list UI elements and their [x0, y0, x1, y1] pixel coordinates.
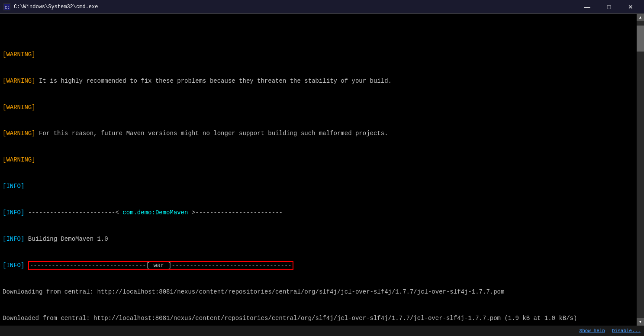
line-2: [WARNING] It is highly recommended to fi… — [3, 77, 634, 85]
line-10: Downloading from central: http://localho… — [3, 288, 634, 296]
line-1: [WARNING] — [3, 50, 634, 59]
cmd-window: C: C:\Windows\System32\cmd.exe — □ ✕ [WA… — [0, 0, 644, 336]
window-controls: — □ ✕ — [577, 0, 641, 14]
line-5: [WARNING] — [3, 155, 634, 164]
line-9: [INFO] --------------------------------[… — [3, 261, 634, 270]
show-help-link[interactable]: Show help — [580, 328, 605, 333]
scroll-thumb[interactable] — [637, 26, 644, 52]
terminal-content: [WARNING] [WARNING] It is highly recomme… — [3, 32, 634, 326]
titlebar: C: C:\Windows\System32\cmd.exe — □ ✕ — [0, 0, 644, 14]
terminal-output[interactable]: [WARNING] [WARNING] It is highly recomme… — [0, 14, 637, 326]
scroll-down-button[interactable]: ▼ — [637, 318, 644, 326]
bottombar-links: Show help Disable... — [580, 328, 641, 333]
cmd-icon: C: — [3, 3, 10, 10]
scroll-track[interactable] — [637, 21, 644, 318]
line-8: [INFO] Building DemoMaven 1.0 — [3, 235, 634, 243]
disable-link[interactable]: Disable... — [612, 328, 641, 333]
bottombar: Show help Disable... — [0, 326, 644, 336]
line-7: [INFO] ------------------------< com.dem… — [3, 208, 634, 217]
content-area: [WARNING] [WARNING] It is highly recomme… — [0, 14, 644, 326]
minimize-button[interactable]: — — [577, 0, 597, 14]
window-title: C:\Windows\System32\cmd.exe — [14, 4, 577, 10]
close-button[interactable]: ✕ — [621, 0, 641, 14]
line-11: Downloaded from central: http://localhos… — [3, 314, 634, 323]
svg-text:C:: C: — [5, 6, 10, 10]
vertical-scrollbar[interactable]: ▲ ▼ — [637, 14, 644, 326]
maximize-button[interactable]: □ — [599, 0, 619, 14]
line-4: [WARNING] For this reason, future Maven … — [3, 129, 634, 138]
scroll-up-button[interactable]: ▲ — [637, 14, 644, 21]
line-6: [INFO] — [3, 182, 634, 191]
line-3: [WARNING] — [3, 103, 634, 112]
